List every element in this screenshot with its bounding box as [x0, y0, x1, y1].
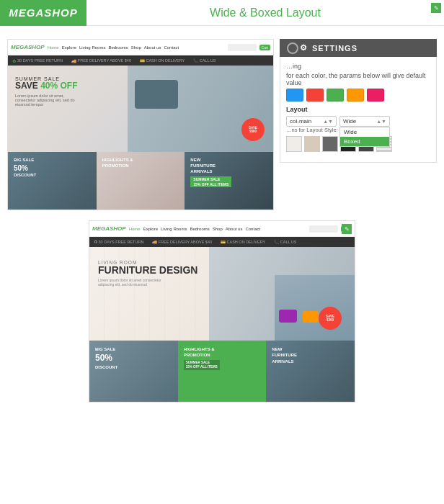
dropdown1-value: col-main: [290, 118, 311, 125]
layout-dropdown-1[interactable]: col-main ▲▼: [286, 116, 337, 127]
layout-dropdown-menu: Wide Boxed: [339, 127, 390, 147]
boxed-card-1: BIG SALE 50% DISCOUNT: [89, 341, 178, 402]
card-wide-3: NEW FURNITURE ARRIVALS SUMMER SALE15% OF…: [185, 152, 273, 210]
boxed-cards: BIG SALE 50% DISCOUNT HIGHLIGHTS & PROMO…: [89, 341, 355, 402]
settings-panel: ⚙ SETTINGS …ing for each color, the para…: [280, 39, 437, 210]
boxed-card-label-2: HIGHLIGHTS & PROMOTION SUMMER SALE15% OF…: [184, 346, 220, 370]
banner-text-wide: SUMMER SALE SAVE 40% OFF Lorem ipsum dol…: [15, 76, 80, 107]
swatch-pink[interactable]: [367, 89, 384, 102]
layout-dropdown-2-wrapper: Wide ▲▼ Wide Boxed: [339, 116, 390, 127]
logo: MEGASHOP: [0, 0, 86, 26]
layout-dropdowns: col-main ▲▼ Wide ▲▼ Wide Boxed: [286, 116, 430, 127]
thumb-2[interactable]: [304, 136, 320, 152]
boxed-card-label-1: BIG SALE 50% DISCOUNT: [95, 346, 117, 371]
settings-color-section: …ing for each color, the params below wi…: [286, 63, 430, 102]
layout-dropdown-2[interactable]: Wide ▲▼: [339, 116, 390, 127]
dropdown2-value: Wide: [343, 118, 356, 125]
toolbar-item-2: 🚚 FREE DELIVERY ABOVE $40: [71, 58, 131, 63]
page-title: Wide & Boxed Layout: [86, 6, 444, 19]
main-content: ✎ MEGASHOP Home Explore Living Rooms Bed…: [0, 26, 444, 402]
boxed-toolbar: ♻ 30 DAYS FREE RETURN 🚚 FREE DELIVERY AB…: [89, 237, 355, 247]
settings-body: …ing for each color, the params below wi…: [280, 57, 437, 163]
save-badge-wide: SAVE $500: [241, 118, 265, 141]
boxed-inner: MEGASHOP Home Explore Living Rooms Bedro…: [89, 221, 355, 402]
preview-wide: ✎ MEGASHOP Home Explore Living Rooms Bed…: [7, 39, 274, 210]
coloring-label-text: …ing: [286, 63, 301, 70]
edit-icon[interactable]: ✎: [431, 3, 441, 13]
save-badge-boxed: SAVE $399: [319, 307, 342, 330]
arrivals-btn[interactable]: SUMMER SALE15% OFF ALL ITEMS: [190, 176, 231, 187]
banner-save-text: SAVE 40% OFF: [15, 81, 80, 91]
swatch-blue[interactable]: [286, 89, 303, 102]
toolbar-item-4: 📞 CALL US: [193, 58, 216, 63]
boxed-nav: MEGASHOP Home Explore Living Rooms Bedro…: [89, 221, 355, 237]
preview-cards-wide: BIG SALE 50% DISCOUNT HIGHLIGHTS & PROMO…: [8, 152, 273, 210]
search-box: [228, 44, 257, 51]
nav-links: Home Explore Living Rooms Bedrooms Shop …: [48, 45, 179, 50]
swatch-red[interactable]: [306, 89, 324, 102]
edit-icon-boxed[interactable]: ✎: [342, 224, 352, 234]
banner-desc-wide: Lorem ipsum dolor sit amet, consectetur …: [15, 94, 80, 107]
boxed-card-3: NEW FURNITURE ARRIVALS: [266, 341, 355, 402]
preview-nav-wide: MEGASHOP Home Explore Living Rooms Bedro…: [8, 40, 273, 55]
leaf-icon: ♻: [12, 58, 16, 63]
layout-section: Layout col-main ▲▼ Wide ▲▼: [286, 106, 430, 152]
dropdown2-arrow: ▲▼: [376, 119, 386, 124]
card-label-1: BIG SALE 50% DISCOUNT: [14, 158, 36, 179]
settings-icon: ⚙: [300, 43, 308, 53]
swatch-orange[interactable]: [347, 89, 364, 102]
pillow-orange: [303, 311, 319, 323]
highlight-tag: SUMMER SALE15% OFF ALL ITEMS: [184, 360, 220, 371]
option-boxed[interactable]: Boxed: [340, 137, 389, 146]
card-wide-1: BIG SALE 50% DISCOUNT: [8, 152, 97, 210]
thumb-1[interactable]: [286, 136, 302, 152]
settings-title: SETTINGS: [312, 44, 358, 53]
boxed-search: [309, 225, 338, 233]
top-section: ✎ MEGASHOP Home Explore Living Rooms Bed…: [7, 39, 437, 210]
preview-logo: MEGASHOP: [11, 44, 45, 50]
bottom-preview-wrapper: ✎ MEGASHOP Home Explore Living Rooms Bed…: [7, 220, 437, 402]
layout-label: Layout: [286, 106, 430, 113]
card-label-3: NEW FURNITURE ARRIVALS SUMMER SALE15% OF…: [190, 158, 231, 188]
toolbar-item-3: 💳 CASH ON DELIVERY: [140, 58, 185, 63]
card-wide-2: HIGHLIGHTS & PROMOTION: [97, 152, 185, 210]
toolbar-item-1: ♻ 30 DAYS FREE RETURN: [12, 58, 63, 63]
app-header: MEGASHOP Wide & Boxed Layout: [0, 0, 444, 26]
cart-button[interactable]: Cart: [259, 45, 270, 50]
thumb-3[interactable]: [322, 136, 338, 152]
furniture-design-label: FURNITURE DESIGN: [98, 265, 197, 276]
color-section-label: …ing: [286, 63, 430, 70]
preview-banner-wide: SUMMER SALE SAVE 40% OFF Lorem ipsum dol…: [8, 66, 273, 152]
couch-area: [275, 275, 355, 341]
boxed-banner-desc: Lorem ipsum dolor sit amet consectetur a…: [98, 278, 170, 287]
boxed-nav-links: Home Explore Living Rooms Bedrooms Shop …: [129, 227, 260, 231]
boxed-banner: LIVING ROOM FURNITURE DESIGN Lorem ipsum…: [89, 247, 355, 341]
logo-text: MEGASHOP: [9, 6, 78, 19]
preview-toolbar-wide: ♻ 30 DAYS FREE RETURN 🚚 FREE DELIVERY AB…: [8, 55, 273, 66]
truck-icon: 🚚: [71, 58, 76, 63]
color-swatches: [286, 89, 430, 102]
swatch-green[interactable]: [327, 89, 344, 102]
boxed-card-2: HIGHLIGHTS & PROMOTION SUMMER SALE15% OF…: [178, 341, 267, 402]
color-hint: for each color, the params below will gi…: [286, 72, 430, 86]
preview-boxed: ✎ MEGASHOP Home Explore Living Rooms Bed…: [89, 220, 355, 402]
settings-header: ⚙ SETTINGS: [280, 39, 437, 57]
pillow-purple: [279, 310, 297, 323]
dropdown1-arrow: ▲▼: [323, 119, 333, 124]
boxed-banner-text: LIVING ROOM FURNITURE DESIGN Lorem ipsum…: [98, 260, 197, 287]
boxed-logo: MEGASHOP: [92, 225, 126, 232]
option-wide[interactable]: Wide: [340, 127, 389, 137]
card-label-2: HIGHLIGHTS & PROMOTION: [102, 158, 133, 169]
boxed-card-label-3: NEW FURNITURE ARRIVALS: [272, 346, 297, 364]
